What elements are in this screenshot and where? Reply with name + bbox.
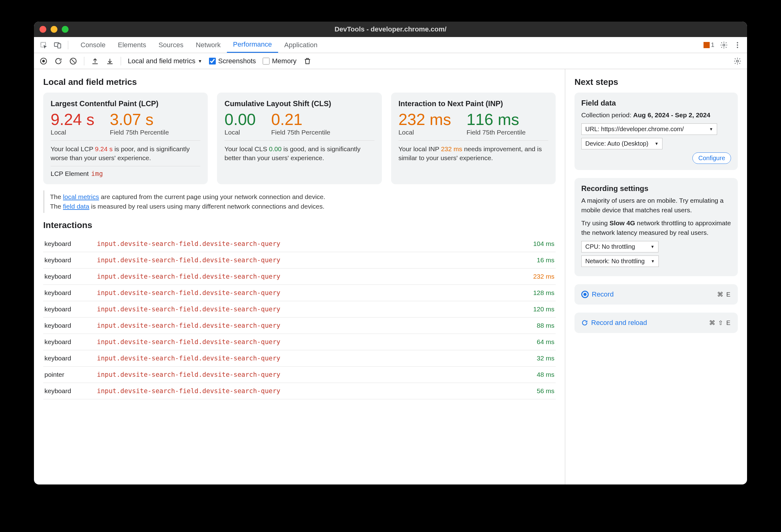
record-toggle-icon[interactable] bbox=[40, 57, 47, 65]
reload-icon[interactable] bbox=[54, 57, 63, 65]
clear-icon[interactable] bbox=[69, 57, 77, 65]
next-steps-heading: Next steps bbox=[574, 77, 738, 87]
recording-settings-card: Recording settings A majority of users a… bbox=[574, 178, 738, 276]
metric-description: Your local INP 232 ms needs improvement,… bbox=[399, 144, 548, 163]
interaction-type: keyboard bbox=[43, 383, 96, 399]
interaction-duration: 232 ms bbox=[516, 268, 556, 285]
interaction-type: keyboard bbox=[43, 236, 96, 252]
lcp-element-row[interactable]: LCP Elementimg bbox=[51, 166, 200, 177]
tab-sources[interactable]: Sources bbox=[152, 37, 190, 53]
cpu-throttle-select[interactable]: CPU: No throttling▼ bbox=[581, 241, 658, 253]
main-panel: Local and field metrics Largest Contentf… bbox=[34, 69, 565, 485]
interaction-duration: 16 ms bbox=[516, 252, 556, 268]
window-title: DevTools - developer.chrome.com/ bbox=[34, 25, 747, 33]
metric-field-value: 3.07 s bbox=[110, 111, 169, 128]
interaction-type: pointer bbox=[43, 367, 96, 383]
interaction-selector: input.devsite-search-field.devsite-searc… bbox=[96, 268, 516, 285]
download-icon[interactable] bbox=[106, 57, 114, 65]
tab-elements[interactable]: Elements bbox=[112, 37, 153, 53]
interaction-row[interactable]: keyboard input.devsite-search-field.devs… bbox=[43, 383, 556, 399]
interactions-heading: Interactions bbox=[43, 220, 556, 230]
interaction-duration: 32 ms bbox=[516, 350, 556, 367]
interaction-selector: input.devsite-search-field.devsite-searc… bbox=[96, 285, 516, 301]
record-card[interactable]: Record ⌘ E bbox=[574, 284, 738, 305]
devtools-window: DevTools - developer.chrome.com/ Console… bbox=[34, 21, 747, 485]
field-data-link[interactable]: field data bbox=[63, 203, 89, 210]
interaction-row[interactable]: keyboard input.devsite-search-field.devs… bbox=[43, 236, 556, 252]
interaction-type: keyboard bbox=[43, 350, 96, 367]
chevron-down-icon: ▼ bbox=[651, 259, 655, 264]
interaction-row[interactable]: keyboard input.devsite-search-field.devs… bbox=[43, 252, 556, 268]
preset-select[interactable]: Local and field metrics ▼ bbox=[128, 57, 202, 65]
interaction-type: keyboard bbox=[43, 301, 96, 317]
url-select[interactable]: URL: https://developer.chrome.com/▼ bbox=[581, 124, 717, 135]
garbage-collect-icon[interactable] bbox=[303, 57, 312, 65]
interaction-duration: 128 ms bbox=[516, 285, 556, 301]
memory-checkbox[interactable]: Memory bbox=[263, 57, 296, 65]
metric-card: Interaction to Next Paint (INP) 232 ms L… bbox=[391, 93, 556, 184]
metric-card: Largest Contentful Paint (LCP) 9.24 s Lo… bbox=[43, 93, 208, 184]
interaction-selector: input.devsite-search-field.devsite-searc… bbox=[96, 317, 516, 334]
panel-settings-icon[interactable] bbox=[734, 57, 741, 65]
interaction-type: keyboard bbox=[43, 268, 96, 285]
interaction-duration: 56 ms bbox=[516, 383, 556, 399]
close-icon[interactable] bbox=[40, 26, 46, 33]
interaction-selector: input.devsite-search-field.devsite-searc… bbox=[96, 252, 516, 268]
local-metrics-link[interactable]: local metrics bbox=[63, 193, 99, 200]
perf-toolbar: Local and field metrics ▼ Screenshots Me… bbox=[34, 53, 747, 69]
minimize-icon[interactable] bbox=[51, 26, 57, 33]
tab-console[interactable]: Console bbox=[74, 37, 112, 53]
interaction-type: keyboard bbox=[43, 317, 96, 334]
recording-settings-title: Recording settings bbox=[581, 184, 731, 193]
interaction-row[interactable]: keyboard input.devsite-search-field.devs… bbox=[43, 334, 556, 350]
tab-network[interactable]: Network bbox=[190, 37, 227, 53]
svg-point-8 bbox=[42, 59, 45, 62]
interaction-selector: input.devsite-search-field.devsite-searc… bbox=[96, 383, 516, 399]
upload-icon[interactable] bbox=[91, 57, 99, 65]
tab-performance[interactable]: Performance bbox=[227, 37, 278, 53]
metric-field-value: 116 ms bbox=[466, 111, 525, 128]
device-toggle-icon[interactable] bbox=[54, 41, 62, 49]
panel-tabs: ConsoleElementsSourcesNetworkPerformance… bbox=[34, 37, 747, 53]
chevron-down-icon: ▼ bbox=[655, 141, 659, 146]
interaction-row[interactable]: pointer input.devsite-search-field.devsi… bbox=[43, 367, 556, 383]
interaction-row[interactable]: keyboard input.devsite-search-field.devs… bbox=[43, 285, 556, 301]
issues-badge[interactable]: 1 bbox=[703, 41, 714, 48]
network-throttle-select[interactable]: Network: No throttling▼ bbox=[581, 256, 659, 267]
interaction-duration: 48 ms bbox=[516, 367, 556, 383]
interaction-duration: 120 ms bbox=[516, 301, 556, 317]
maximize-icon[interactable] bbox=[62, 26, 69, 33]
record-reload-card[interactable]: Record and reload ⌘ ⇧ E bbox=[574, 313, 738, 333]
interaction-row[interactable]: keyboard input.devsite-search-field.devs… bbox=[43, 268, 556, 285]
interaction-row[interactable]: keyboard input.devsite-search-field.devs… bbox=[43, 317, 556, 334]
interaction-type: keyboard bbox=[43, 334, 96, 350]
metric-title: Cumulative Layout Shift (CLS) bbox=[224, 99, 374, 108]
next-steps-sidebar: Next steps Field data Collection period:… bbox=[565, 69, 747, 485]
chevron-down-icon: ▼ bbox=[709, 127, 713, 131]
interaction-row[interactable]: keyboard input.devsite-search-field.devs… bbox=[43, 301, 556, 317]
interaction-selector: input.devsite-search-field.devsite-searc… bbox=[96, 301, 516, 317]
svg-point-6 bbox=[737, 47, 738, 48]
screenshots-checkbox[interactable]: Screenshots bbox=[209, 57, 256, 65]
tab-application[interactable]: Application bbox=[278, 37, 324, 53]
metric-field-value: 0.21 bbox=[271, 111, 330, 128]
inspect-icon[interactable] bbox=[40, 41, 47, 49]
interaction-row[interactable]: keyboard input.devsite-search-field.devs… bbox=[43, 350, 556, 367]
field-data-card: Field data Collection period: Aug 6, 202… bbox=[574, 93, 738, 170]
record-icon bbox=[581, 291, 589, 298]
record-label: Record bbox=[592, 291, 614, 298]
interaction-selector: input.devsite-search-field.devsite-searc… bbox=[96, 334, 516, 350]
metric-description: Your local CLS 0.00 is good, and is sign… bbox=[224, 144, 374, 163]
interactions-table: keyboard input.devsite-search-field.devs… bbox=[43, 236, 556, 399]
more-icon[interactable] bbox=[734, 41, 741, 49]
settings-icon[interactable] bbox=[720, 41, 728, 49]
configure-button[interactable]: Configure bbox=[692, 152, 731, 164]
svg-point-3 bbox=[723, 44, 725, 46]
info-box: The local metrics are captured from the … bbox=[43, 190, 556, 213]
device-select[interactable]: Device: Auto (Desktop)▼ bbox=[581, 138, 662, 149]
interaction-duration: 104 ms bbox=[516, 236, 556, 252]
interaction-type: keyboard bbox=[43, 285, 96, 301]
svg-rect-2 bbox=[58, 44, 61, 48]
metric-title: Largest Contentful Paint (LCP) bbox=[51, 99, 200, 108]
metric-title: Interaction to Next Paint (INP) bbox=[399, 99, 548, 108]
